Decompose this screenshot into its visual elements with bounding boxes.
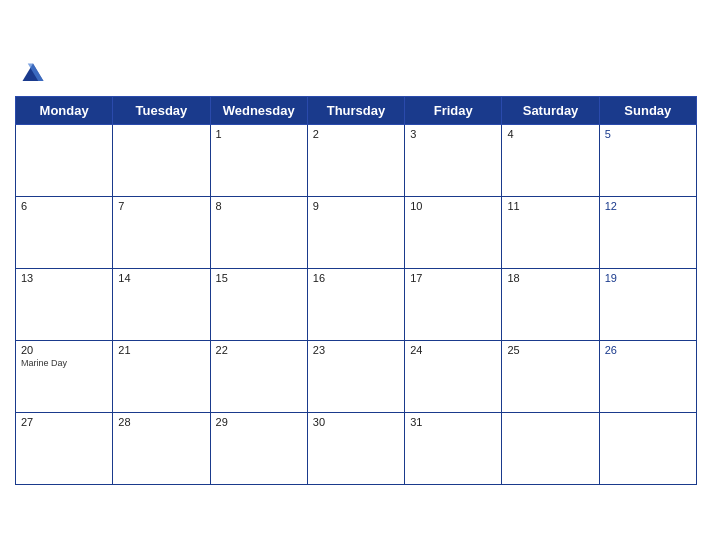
weekday-header-monday: Monday	[16, 97, 113, 125]
calendar-cell: 8	[210, 197, 307, 269]
calendar-cell: 17	[405, 269, 502, 341]
calendar-cell: 18	[502, 269, 599, 341]
day-number: 28	[118, 416, 204, 428]
calendar-cell: 21	[113, 341, 210, 413]
calendar-week-row: 20Marine Day212223242526	[16, 341, 697, 413]
calendar-week-row: 12345	[16, 125, 697, 197]
calendar-cell: 16	[307, 269, 404, 341]
calendar-cell: 6	[16, 197, 113, 269]
calendar-cell: 13	[16, 269, 113, 341]
calendar-cell: 11	[502, 197, 599, 269]
day-number: 16	[313, 272, 399, 284]
day-number: 1	[216, 128, 302, 140]
calendar-cell: 4	[502, 125, 599, 197]
day-number: 31	[410, 416, 496, 428]
day-number: 15	[216, 272, 302, 284]
calendar-cell: 5	[599, 125, 696, 197]
day-number: 20	[21, 344, 107, 356]
calendar-cell: 27	[16, 413, 113, 485]
day-number: 23	[313, 344, 399, 356]
day-number: 12	[605, 200, 691, 212]
day-number: 19	[605, 272, 691, 284]
calendar-cell: 2	[307, 125, 404, 197]
calendar-week-row: 2728293031	[16, 413, 697, 485]
day-number: 7	[118, 200, 204, 212]
calendar-table: MondayTuesdayWednesdayThursdayFridaySatu…	[15, 96, 697, 485]
generalblue-logo-icon	[19, 60, 47, 88]
day-number: 14	[118, 272, 204, 284]
day-number: 4	[507, 128, 593, 140]
day-number: 8	[216, 200, 302, 212]
logo-area	[19, 60, 51, 88]
day-number: 27	[21, 416, 107, 428]
calendar-week-row: 6789101112	[16, 197, 697, 269]
weekday-header-thursday: Thursday	[307, 97, 404, 125]
calendar-header	[15, 60, 697, 88]
day-number: 10	[410, 200, 496, 212]
calendar-cell: 26	[599, 341, 696, 413]
day-number: 9	[313, 200, 399, 212]
day-number: 22	[216, 344, 302, 356]
weekday-header-tuesday: Tuesday	[113, 97, 210, 125]
calendar-cell: 9	[307, 197, 404, 269]
calendar-cell: 24	[405, 341, 502, 413]
day-number: 21	[118, 344, 204, 356]
weekday-header-saturday: Saturday	[502, 97, 599, 125]
calendar-cell: 10	[405, 197, 502, 269]
day-number: 29	[216, 416, 302, 428]
calendar-cell: 30	[307, 413, 404, 485]
calendar-cell: 23	[307, 341, 404, 413]
calendar-cell: 15	[210, 269, 307, 341]
day-number: 18	[507, 272, 593, 284]
calendar-cell: 3	[405, 125, 502, 197]
day-number: 3	[410, 128, 496, 140]
calendar-cell: 29	[210, 413, 307, 485]
calendar-cell	[16, 125, 113, 197]
calendar-cell: 7	[113, 197, 210, 269]
calendar-cell: 25	[502, 341, 599, 413]
calendar-cell	[502, 413, 599, 485]
weekday-header-wednesday: Wednesday	[210, 97, 307, 125]
day-number: 11	[507, 200, 593, 212]
calendar-cell: 22	[210, 341, 307, 413]
day-number: 25	[507, 344, 593, 356]
calendar-cell: 12	[599, 197, 696, 269]
calendar-cell: 1	[210, 125, 307, 197]
calendar-week-row: 13141516171819	[16, 269, 697, 341]
calendar-cell: 31	[405, 413, 502, 485]
calendar-cell: 20Marine Day	[16, 341, 113, 413]
day-number: 26	[605, 344, 691, 356]
day-number: 5	[605, 128, 691, 140]
weekday-header-row: MondayTuesdayWednesdayThursdayFridaySatu…	[16, 97, 697, 125]
weekday-header-sunday: Sunday	[599, 97, 696, 125]
day-number: 13	[21, 272, 107, 284]
calendar-cell: 28	[113, 413, 210, 485]
calendar-cell: 14	[113, 269, 210, 341]
day-number: 2	[313, 128, 399, 140]
day-number: 24	[410, 344, 496, 356]
calendar-cell: 19	[599, 269, 696, 341]
day-number: 30	[313, 416, 399, 428]
weekday-header-friday: Friday	[405, 97, 502, 125]
calendar-cell	[113, 125, 210, 197]
holiday-label: Marine Day	[21, 358, 107, 368]
day-number: 17	[410, 272, 496, 284]
calendar-wrapper: MondayTuesdayWednesdayThursdayFridaySatu…	[0, 50, 712, 500]
day-number: 6	[21, 200, 107, 212]
calendar-cell	[599, 413, 696, 485]
